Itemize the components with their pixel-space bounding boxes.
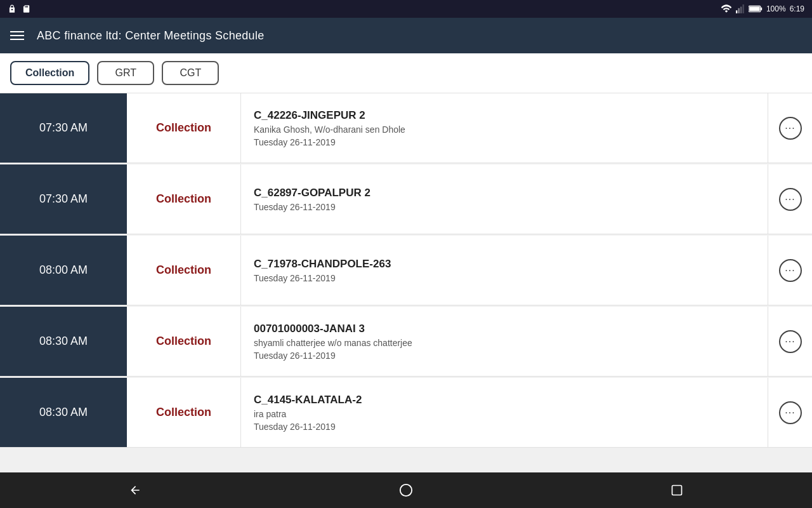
- meetings-list: 07:30 AM Collection C_42226-JINGEPUR 2 K…: [0, 93, 812, 472]
- svg-rect-8: [672, 486, 681, 495]
- hamburger-menu[interactable]: [10, 31, 24, 40]
- info-date-4: Tuesday 26-11-2019: [254, 422, 755, 432]
- action-cell-4: ···: [768, 378, 812, 447]
- type-cell-0: Collection: [127, 93, 241, 163]
- more-button-0[interactable]: ···: [779, 117, 802, 140]
- home-circle-icon: [399, 483, 413, 497]
- info-date-2: Tuesday 26-11-2019: [254, 273, 755, 283]
- more-button-2[interactable]: ···: [779, 259, 802, 282]
- status-icons-right: 100% 6:19: [721, 4, 804, 13]
- info-cell-2: C_71978-CHANDPOLE-263 Tuesday 26-11-2019: [241, 236, 768, 305]
- recents-button[interactable]: [664, 478, 690, 503]
- nav-bar: ABC finance ltd: Center Meetings Schedul…: [0, 18, 812, 53]
- home-button[interactable]: [393, 478, 419, 503]
- svg-rect-2: [740, 7, 742, 14]
- signal-icon: [736, 4, 745, 13]
- action-cell-3: ···: [768, 307, 812, 376]
- time-cell-4: 08:30 AM: [0, 378, 127, 447]
- more-button-4[interactable]: ···: [779, 401, 802, 424]
- info-title-0: C_42226-JINGEPUR 2: [254, 109, 755, 122]
- type-cell-3: Collection: [127, 307, 241, 376]
- action-cell-2: ···: [768, 236, 812, 305]
- list-item: 08:00 AM Collection C_71978-CHANDPOLE-26…: [0, 236, 812, 305]
- info-title-1: C_62897-GOPALPUR 2: [254, 187, 755, 199]
- more-button-1[interactable]: ···: [779, 188, 802, 211]
- list-item: 07:30 AM Collection C_42226-JINGEPUR 2 K…: [0, 93, 812, 163]
- lock-icon: [8, 4, 16, 13]
- action-cell-0: ···: [768, 93, 812, 163]
- type-cell-1: Collection: [127, 164, 241, 234]
- time-cell-2: 08:00 AM: [0, 236, 127, 305]
- tab-cgt[interactable]: CGT: [162, 61, 219, 85]
- recents-icon: [671, 484, 683, 497]
- info-cell-3: 00701000003-JANAI 3 shyamli chatterjee w…: [241, 307, 768, 376]
- svg-rect-0: [736, 10, 737, 13]
- info-date-0: Tuesday 26-11-2019: [254, 137, 755, 147]
- svg-point-7: [400, 485, 412, 496]
- list-item: 07:30 AM Collection C_62897-GOPALPUR 2 T…: [0, 164, 812, 234]
- tab-collection[interactable]: Collection: [10, 61, 89, 85]
- info-title-2: C_71978-CHANDPOLE-263: [254, 258, 755, 271]
- tab-bar: Collection GRT CGT: [0, 53, 812, 93]
- info-cell-1: C_62897-GOPALPUR 2 Tuesday 26-11-2019: [241, 164, 768, 234]
- action-cell-1: ···: [768, 164, 812, 234]
- info-subtitle-4: ira patra: [254, 409, 755, 419]
- more-button-3[interactable]: ···: [779, 330, 802, 353]
- back-button[interactable]: [122, 478, 148, 503]
- info-title-3: 00701000003-JANAI 3: [254, 323, 755, 335]
- info-cell-4: C_4145-KALATALA-2 ira patra Tuesday 26-1…: [241, 378, 768, 447]
- tab-grt[interactable]: GRT: [97, 61, 154, 85]
- time-cell-0: 07:30 AM: [0, 93, 127, 163]
- status-bar: 100% 6:19: [0, 0, 812, 18]
- status-icons-left: [8, 4, 30, 13]
- svg-rect-1: [738, 8, 739, 13]
- info-subtitle-0: Kanika Ghosh, W/o-dharani sen Dhole: [254, 124, 755, 135]
- time-cell-1: 07:30 AM: [0, 164, 127, 234]
- nav-title: ABC finance ltd: Center Meetings Schedul…: [37, 29, 265, 43]
- battery-icon: [749, 5, 763, 13]
- sd-icon: [22, 4, 30, 13]
- wifi-icon: [721, 4, 732, 13]
- back-icon: [129, 484, 141, 497]
- info-title-4: C_4145-KALATALA-2: [254, 394, 755, 406]
- battery-percent: 100%: [766, 4, 786, 13]
- bottom-nav: [0, 472, 812, 508]
- svg-rect-6: [761, 8, 762, 11]
- time-cell-3: 08:30 AM: [0, 307, 127, 376]
- list-item: 08:30 AM Collection 00701000003-JANAI 3 …: [0, 307, 812, 377]
- status-time: 6:19: [790, 4, 804, 13]
- type-cell-4: Collection: [127, 378, 241, 447]
- svg-rect-3: [742, 4, 743, 13]
- info-subtitle-3: shyamli chatterjee w/o manas chatterjee: [254, 338, 755, 348]
- type-cell-2: Collection: [127, 236, 241, 305]
- list-item: 08:30 AM Collection C_4145-KALATALA-2 ir…: [0, 378, 812, 448]
- info-date-1: Tuesday 26-11-2019: [254, 202, 755, 212]
- info-date-3: Tuesday 26-11-2019: [254, 351, 755, 361]
- svg-rect-5: [749, 6, 760, 11]
- info-cell-0: C_42226-JINGEPUR 2 Kanika Ghosh, W/o-dha…: [241, 93, 768, 163]
